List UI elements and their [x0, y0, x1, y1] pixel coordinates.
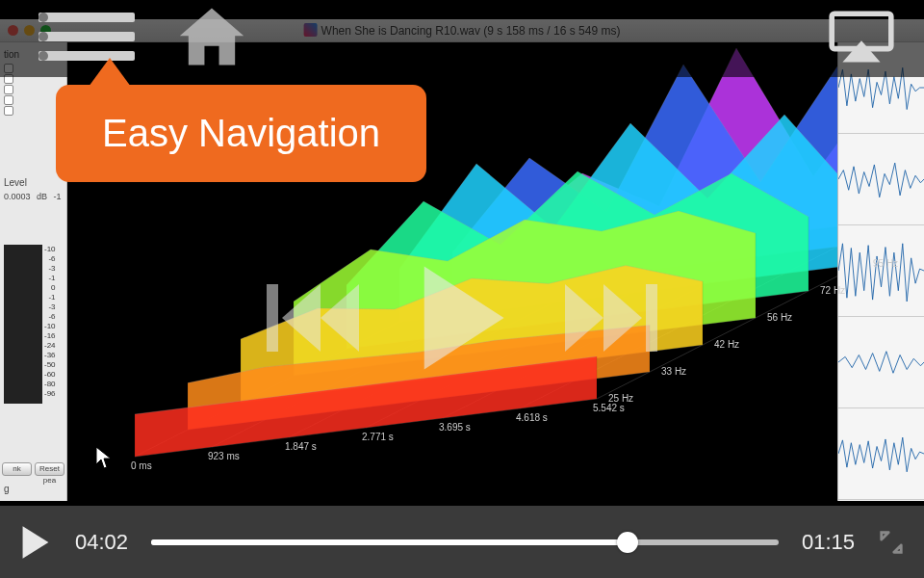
- freq-axis-tick: 33 Hz: [661, 366, 686, 377]
- previous-track-icon[interactable]: [265, 275, 361, 361]
- overlay-media-controls: [265, 260, 659, 376]
- minimize-window-icon[interactable]: [24, 25, 35, 36]
- level-meter: [4, 245, 42, 404]
- video-player-frame: When She is Dancing R10.wav (9 s 158 ms …: [0, 0, 924, 578]
- level-label: Level: [4, 174, 63, 191]
- checkbox-icon[interactable]: [4, 74, 13, 84]
- airplay-icon[interactable]: [828, 10, 895, 64]
- video-transport-bar: 04:02 01:15: [0, 506, 924, 578]
- time-axis-tick: 0 ms: [131, 460, 152, 471]
- checkbox-icon[interactable]: [4, 95, 13, 105]
- progress-bar[interactable]: [151, 539, 779, 545]
- file-wave-icon: [304, 23, 318, 37]
- fullscreen-icon[interactable]: [878, 529, 905, 556]
- time-axis-tick: 3.695 s: [439, 422, 471, 433]
- freq-axis-tick: 56 Hz: [767, 312, 792, 323]
- progress-fill: [151, 539, 628, 545]
- checkbox-icon[interactable]: [4, 106, 13, 116]
- waveform-lane[interactable]: [838, 317, 924, 408]
- level-readout: 0.0003 dB -1: [4, 192, 63, 201]
- close-window-icon[interactable]: [8, 25, 18, 36]
- reset-peak-button[interactable]: Reset pea: [35, 462, 64, 476]
- freq-axis-tick: 72 Hz: [820, 285, 845, 296]
- checkbox-icon[interactable]: [4, 64, 13, 73]
- waveform-overview-strip[interactable]: [837, 42, 924, 501]
- elapsed-time: 04:02: [75, 530, 128, 555]
- menu-icon[interactable]: [38, 8, 135, 66]
- play-icon[interactable]: [409, 260, 515, 376]
- freq-axis-tick: 95 Hz: [873, 258, 898, 269]
- svg-rect-17: [646, 284, 657, 352]
- time-axis-tick: 1.847 s: [285, 441, 317, 452]
- freq-axis-tick: 42 Hz: [714, 339, 739, 350]
- db-scale: -10-6-3-10-1-3-6-10-16-24-36-50-60-80-96: [44, 245, 56, 399]
- link-button[interactable]: nk: [2, 462, 32, 476]
- waveform-lane[interactable]: [838, 225, 924, 317]
- next-track-icon[interactable]: [563, 275, 659, 361]
- remaining-time: 01:15: [802, 530, 855, 555]
- callout-text: Easy Navigation: [102, 112, 380, 154]
- svg-rect-16: [267, 284, 278, 352]
- time-axis-tick: 923 ms: [208, 451, 240, 461]
- time-axis-tick: 2.771 s: [362, 432, 394, 442]
- time-axis-tick: 5.542 s: [593, 403, 625, 413]
- home-icon[interactable]: [173, 4, 250, 69]
- panel-section-label: g: [4, 481, 10, 497]
- app-titlebar: When She is Dancing R10.wav (9 s 158 ms …: [0, 19, 924, 42]
- progress-knob[interactable]: [617, 532, 638, 553]
- tutorial-callout: Easy Navigation: [56, 85, 426, 182]
- waveform-lane[interactable]: [838, 134, 924, 225]
- waveform-lane[interactable]: [838, 408, 924, 500]
- play-button[interactable]: [19, 524, 52, 561]
- checkbox-icon[interactable]: [4, 85, 13, 94]
- document-title: When She is Dancing R10.wav (9 s 158 ms …: [304, 23, 621, 38]
- time-axis-tick: 4.618 s: [516, 412, 548, 423]
